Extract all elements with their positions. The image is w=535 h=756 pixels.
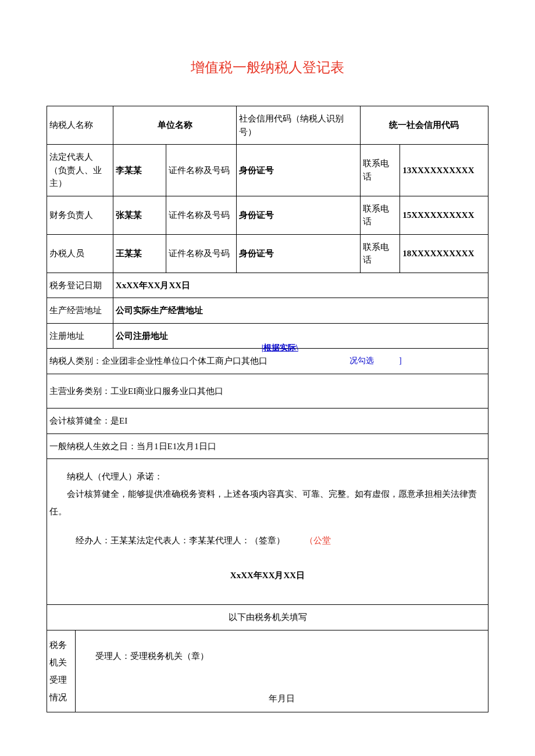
promise-heading: 纳税人（代理人）承诺： xyxy=(49,468,486,485)
tax-handler-phone: 18XXXXXXXXXX xyxy=(400,234,488,273)
accounting-sound: 会计核算健全：是EI xyxy=(47,409,488,434)
annotation-bracket: ] xyxy=(399,354,402,367)
promise-body: 会计核算健全，能够提供准确税务资料，上述各项内容真实、可靠、完整。如有虚假，愿意… xyxy=(49,485,486,520)
taxpayer-type: 纳税人类别：企业团非企业性单位口个体工商户口其他口 况勾选 ] xyxy=(47,349,488,374)
effective-date: 一般纳税人生效之日：当月1日E1次月1日口 xyxy=(47,433,488,459)
row-finance-head: 财务负责人 张某某 证件名称及号码 身份证号 联系电话 15XXXXXXXXXX xyxy=(47,196,488,234)
tax-handler-phone-label: 联系电话 xyxy=(360,234,400,273)
page-title: 增值税一般纳税人登记表 xyxy=(47,58,488,77)
business-address-value: 公司实际生产经营地址 xyxy=(113,298,488,324)
business-address-label: 生产经营地址 xyxy=(47,298,113,324)
finance-head-id-label: 证件名称及号码 xyxy=(166,196,236,234)
reg-address-label: 注册地址 xyxy=(47,323,113,349)
annotation-check-text: 况勾选 xyxy=(349,354,374,367)
tax-handler-name: 王某某 xyxy=(113,234,166,273)
authority-content: 受理人：受理税务机关（章） 年月日 xyxy=(76,630,488,712)
legal-rep-id: 身份证号 xyxy=(237,145,361,196)
reg-date-value: XxXX年XX月XX日 xyxy=(113,273,488,298)
row-tax-handler: 办税人员 王某某 证件名称及号码 身份证号 联系电话 18XXXXXXXXXX xyxy=(47,234,488,273)
promise-signer: 经办人：王某某法定代表人：李某某代理人：（签章） xyxy=(49,532,285,549)
finance-head-phone: 15XXXXXXXXXX xyxy=(400,196,488,234)
legal-rep-label: 法定代表人（负责人、业主） xyxy=(47,145,113,196)
taxpayer-name-label: 纳税人名称 xyxy=(47,106,113,145)
legal-rep-id-label: 证件名称及号码 xyxy=(166,145,236,196)
row-reg-address: 注册地址 公司注册地址 |根据实际\ xyxy=(47,323,488,349)
row-taxpayer-type: 纳税人类别：企业团非企业性单位口个体工商户口其他口 况勾选 ] xyxy=(47,349,488,374)
row-business-type: 主营业务类别：工业EI商业口服务业口其他口 xyxy=(47,374,488,409)
row-reg-date: 税务登记日期 XxXX年XX月XX日 xyxy=(47,273,488,298)
business-type: 主营业务类别：工业EI商业口服务业口其他口 xyxy=(47,374,488,409)
row-accounting: 会计核算健全：是EI xyxy=(47,409,488,434)
authority-fill-heading: 以下由税务机关填写 xyxy=(47,605,488,630)
legal-rep-phone-label: 联系电话 xyxy=(360,145,400,196)
legal-rep-name: 李某某 xyxy=(113,145,166,196)
authority-date: 年月日 xyxy=(78,692,486,705)
registration-table: 纳税人名称 单位名称 社会信用代码（纳税人识别号） 统一社会信用代码 法定代表人… xyxy=(47,106,488,712)
row-business-address: 生产经营地址 公司实际生产经营地址 xyxy=(47,298,488,324)
legal-rep-phone: 13XXXXXXXXXX xyxy=(400,145,488,196)
authority-acceptor: 受理人：受理税务机关（章） xyxy=(95,651,209,661)
row-effective-date: 一般纳税人生效之日：当月1日E1次月1日口 xyxy=(47,433,488,459)
finance-head-phone-label: 联系电话 xyxy=(360,196,400,234)
row-legal-rep: 法定代表人（负责人、业主） 李某某 证件名称及号码 身份证号 联系电话 13XX… xyxy=(47,145,488,196)
row-taxpayer-name: 纳税人名称 单位名称 社会信用代码（纳税人识别号） 统一社会信用代码 xyxy=(47,106,488,145)
finance-head-name: 张某某 xyxy=(113,196,166,234)
company-name: 单位名称 xyxy=(113,106,237,145)
authority-label: 税务机关受理情况 xyxy=(47,630,76,712)
row-authority-heading: 以下由税务机关填写 xyxy=(47,605,488,630)
reg-date-label: 税务登记日期 xyxy=(47,273,113,298)
finance-head-id: 身份证号 xyxy=(237,196,361,234)
tax-handler-id: 身份证号 xyxy=(237,234,361,273)
promise-block: 纳税人（代理人）承诺： 会计核算健全，能够提供准确税务资料，上述各项内容真实、可… xyxy=(47,459,488,605)
tax-handler-label: 办税人员 xyxy=(47,234,113,273)
row-promise: 纳税人（代理人）承诺： 会计核算健全，能够提供准确税务资料，上述各项内容真实、可… xyxy=(47,459,488,605)
tax-handler-id-label: 证件名称及号码 xyxy=(166,234,236,273)
row-authority: 税务机关受理情况 受理人：受理税务机关（章） 年月日 xyxy=(47,630,488,712)
promise-seal-note: （公堂 xyxy=(305,536,331,545)
promise-date: XxXX年XX月XX日 xyxy=(49,567,486,584)
credit-code-value: 统一社会信用代码 xyxy=(360,106,488,145)
reg-address-value: 公司注册地址 |根据实际\ xyxy=(113,323,488,349)
credit-code-label: 社会信用代码（纳税人识别号） xyxy=(237,106,361,145)
finance-head-label: 财务负责人 xyxy=(47,196,113,234)
